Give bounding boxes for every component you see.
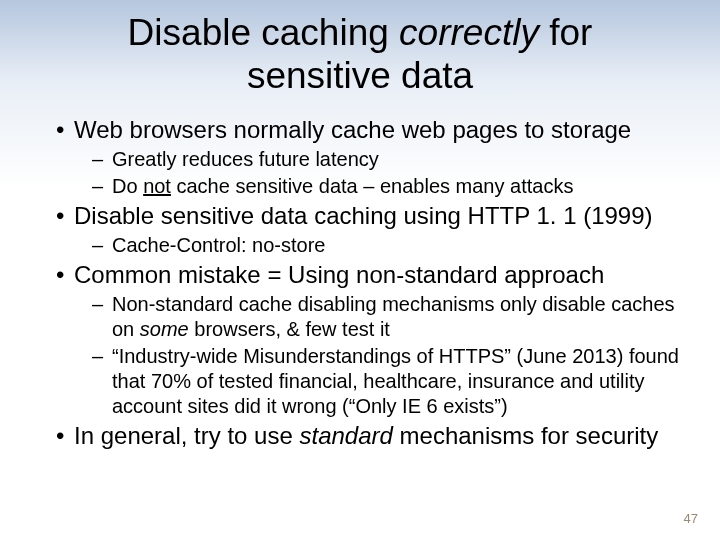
- bullet-1b-under: not: [143, 175, 171, 197]
- bullet-4-pre: In general, try to use: [74, 422, 299, 449]
- title-italic: correctly: [399, 12, 539, 53]
- bullet-2: Disable sensitive data caching using HTT…: [56, 201, 690, 231]
- bullet-3: Common mistake = Using non-standard appr…: [56, 260, 690, 290]
- title-pre: Disable caching: [128, 12, 399, 53]
- bullet-4-ital: standard: [299, 422, 392, 449]
- bullet-1b-post: cache sensitive data – enables many atta…: [171, 175, 573, 197]
- bullet-4-post: mechanisms for security: [393, 422, 658, 449]
- bullet-2a: Cache-Control: no-store: [92, 233, 690, 258]
- bullet-3a-post: browsers, & few test it: [189, 318, 390, 340]
- page-number: 47: [684, 511, 698, 526]
- bullet-1a: Greatly reduces future latency: [92, 147, 690, 172]
- bullet-3a-ital: some: [140, 318, 189, 340]
- bullet-1: Web browsers normally cache web pages to…: [56, 115, 690, 145]
- bullet-1b: Do not cache sensitive data – enables ma…: [92, 174, 690, 199]
- bullet-1b-pre: Do: [112, 175, 143, 197]
- slide-body: Disable caching correctly for sensitive …: [0, 0, 720, 451]
- bullet-3b: “Industry-wide Misunderstandings of HTTP…: [92, 344, 690, 419]
- slide-title: Disable caching correctly for sensitive …: [30, 12, 690, 97]
- bullet-list: Web browsers normally cache web pages to…: [30, 115, 690, 451]
- bullet-4: In general, try to use standard mechanis…: [56, 421, 690, 451]
- bullet-3a: Non-standard cache disabling mechanisms …: [92, 292, 690, 342]
